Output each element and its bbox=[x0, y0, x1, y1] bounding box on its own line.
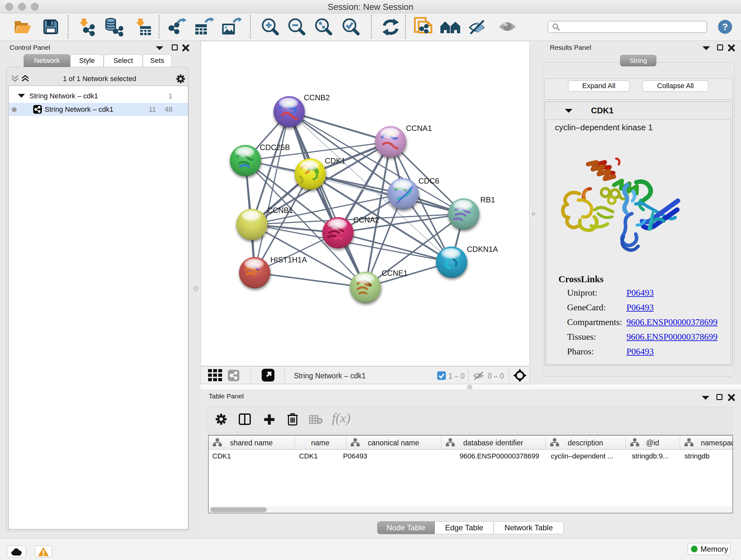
svg-text:CDKN1A: CDKN1A bbox=[467, 245, 498, 253]
svg-text:CCNB1: CCNB1 bbox=[267, 206, 293, 214]
svg-text:HIST1H1A: HIST1H1A bbox=[270, 255, 307, 264]
svg-text:CCNE1: CCNE1 bbox=[382, 269, 408, 277]
svg-text:CDC6: CDC6 bbox=[418, 177, 439, 185]
svg-text:CDC25B: CDC25B bbox=[260, 143, 290, 152]
svg-text:RB1: RB1 bbox=[480, 195, 495, 204]
svg-text:CCNB2: CCNB2 bbox=[304, 93, 330, 102]
svg-text:CCNA1: CCNA1 bbox=[406, 124, 432, 132]
svg-text:CCNA2: CCNA2 bbox=[353, 215, 379, 224]
svg-text:CDK1: CDK1 bbox=[325, 157, 345, 165]
